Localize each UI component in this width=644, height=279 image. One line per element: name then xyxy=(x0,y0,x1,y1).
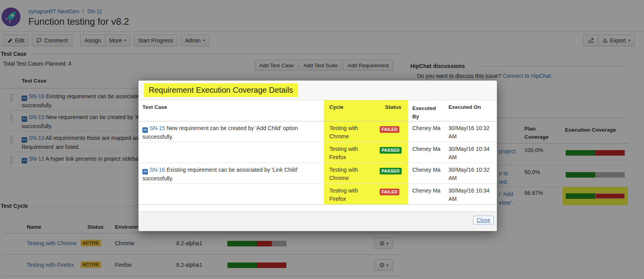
status-badge: FAILED xyxy=(380,189,399,195)
modal-table-bottom-rule xyxy=(138,204,497,205)
table-row: Testing with Firefox PASSED Cheney Ma 30… xyxy=(138,142,497,163)
test-case-key-link[interactable]: SN-15 xyxy=(149,125,165,131)
modal-col-status: Status xyxy=(375,104,401,110)
modal-test-case-cell: <> SN-16 Existing requirement can be ass… xyxy=(142,166,317,183)
test-case-icon: <> xyxy=(142,169,148,174)
close-button-focus-ring: Close xyxy=(473,216,494,224)
close-button[interactable]: Close xyxy=(476,217,491,223)
status-badge: FAILED xyxy=(380,126,399,133)
modal-cycle-cell: Testing with Firefox xyxy=(329,145,373,162)
modal-col-cycle: Cycle xyxy=(329,104,343,110)
table-row: <> SN-15 New requirement can be created … xyxy=(138,121,497,142)
status-badge: PASSED xyxy=(380,147,402,154)
modal-col-test-case: Test Case xyxy=(142,104,167,110)
dialog-title: Requirement Execution Coverage Details xyxy=(144,83,298,97)
test-case-summary: Existing requirement can be associated b… xyxy=(142,167,298,182)
modal-cycle-cell: Testing with Chrome xyxy=(329,166,373,182)
modal-executed-on-cell: 30/May/16 10:32 AM xyxy=(448,124,491,141)
modal-executed-on-cell: 30/May/16 10:34 AM xyxy=(448,145,491,162)
modal-cycle-cell: Testing with Firefox xyxy=(329,187,373,203)
table-row: <> SN-16 Existing requirement can be ass… xyxy=(138,163,497,184)
dialog-header: Requirement Execution Coverage Details xyxy=(138,81,497,100)
modal-executed-by-cell: Cheney Ma xyxy=(412,145,446,153)
dialog-footer: Close xyxy=(138,211,497,231)
modal-executed-on-cell: 30/May/16 10:34 AM xyxy=(448,187,491,203)
modal-col-executed-on: Executed On xyxy=(448,104,481,110)
modal-col-executed-by: Executed By xyxy=(412,104,440,121)
test-case-key-link[interactable]: SN-16 xyxy=(149,167,165,173)
table-row: Testing with Firefox FAILED Cheney Ma 30… xyxy=(138,184,497,204)
modal-executed-by-cell: Cheney Ma xyxy=(412,166,446,174)
test-case-icon: <> xyxy=(142,127,148,133)
status-badge: PASSED xyxy=(380,168,402,174)
modal-test-case-cell: <> SN-15 New requirement can be created … xyxy=(142,124,317,141)
modal-cycle-cell: Testing with Chrome xyxy=(329,124,373,141)
modal-executed-on-cell: 30/May/16 10:32 AM xyxy=(448,166,491,182)
modal-executed-by-cell: Cheney Ma xyxy=(412,124,446,132)
modal-executed-by-cell: Cheney Ma xyxy=(412,187,446,195)
requirement-execution-coverage-dialog: Requirement Execution Coverage Details T… xyxy=(138,81,497,231)
test-case-summary: New requirement can be created by 'Add C… xyxy=(142,125,298,140)
